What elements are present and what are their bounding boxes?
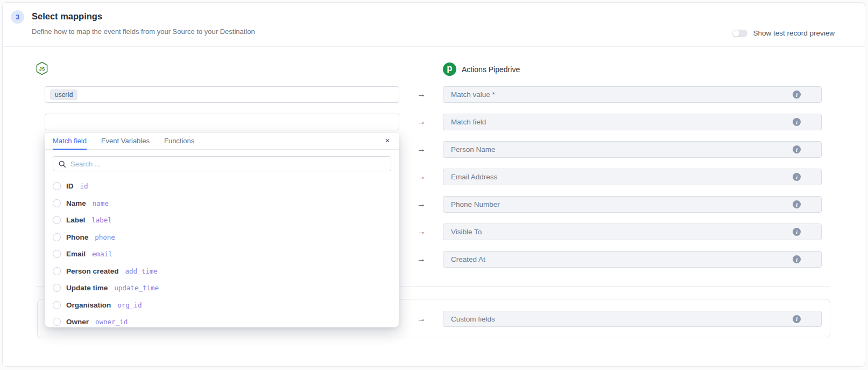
info-icon[interactable]: i bbox=[793, 228, 801, 236]
field-option-phone[interactable]: Phone phone bbox=[45, 229, 399, 246]
destination-field-created-at[interactable]: Created At i bbox=[443, 251, 822, 268]
destination-field-label: Match field bbox=[451, 118, 793, 126]
search-icon bbox=[58, 160, 66, 168]
field-token-chip[interactable]: userId bbox=[50, 89, 77, 100]
destination-field-person-name[interactable]: Person Name i bbox=[443, 141, 822, 158]
radio-button[interactable] bbox=[53, 216, 61, 224]
mapping-arrow-icon: → bbox=[413, 117, 429, 127]
pipedrive-icon: p bbox=[443, 62, 456, 76]
field-option-add_time[interactable]: Person created add_time bbox=[45, 263, 399, 280]
destination-field-label: Person Name bbox=[451, 145, 793, 153]
info-icon[interactable]: i bbox=[793, 145, 801, 153]
radio-button[interactable] bbox=[53, 250, 61, 258]
mapping-arrow-icon: → bbox=[413, 254, 429, 264]
field-option-label[interactable]: Label label bbox=[45, 212, 399, 229]
option-code: owner_id bbox=[95, 318, 128, 326]
option-label: Phone bbox=[66, 233, 88, 241]
radio-button[interactable] bbox=[53, 199, 61, 207]
field-option-email[interactable]: Email email bbox=[45, 246, 399, 263]
destination-field-label: Match value * bbox=[451, 90, 793, 99]
option-label: Email bbox=[66, 250, 86, 258]
field-option-owner_id[interactable]: Owner owner_id bbox=[45, 313, 399, 327]
option-code: name bbox=[93, 199, 109, 207]
tab-match-field[interactable]: Match field bbox=[53, 133, 87, 150]
destination-field-custom-fields[interactable]: Custom fields i bbox=[443, 311, 822, 327]
page-title: Select mappings bbox=[32, 11, 102, 22]
destination-app-title: Actions Pipedrive bbox=[462, 65, 520, 74]
option-label: Name bbox=[66, 199, 86, 207]
mapping-arrow-icon: → bbox=[413, 89, 429, 99]
option-code: update_time bbox=[114, 284, 159, 292]
search-input[interactable] bbox=[70, 160, 386, 168]
info-icon[interactable]: i bbox=[793, 90, 801, 99]
option-code: email bbox=[92, 250, 112, 258]
tab-event-variables[interactable]: Event Variables bbox=[101, 133, 150, 150]
mapping-arrow-icon: → bbox=[413, 227, 429, 236]
toggle-label: Show test record preview bbox=[753, 29, 835, 37]
mapping-arrow-icon: → bbox=[413, 199, 429, 209]
option-code: label bbox=[91, 216, 112, 224]
destination-field-match-value[interactable]: Match value * i bbox=[443, 86, 822, 103]
option-code: phone bbox=[95, 233, 115, 241]
destination-field-label: Phone Number bbox=[451, 200, 793, 208]
info-icon[interactable]: i bbox=[793, 118, 801, 126]
field-option-org_id[interactable]: Organisation org_id bbox=[45, 297, 399, 314]
option-code: add_time bbox=[125, 267, 158, 275]
destination-field-phone-number[interactable]: Phone Number i bbox=[443, 196, 822, 213]
destination-field-label: Email Address bbox=[451, 173, 793, 181]
info-icon[interactable]: i bbox=[793, 315, 801, 323]
field-option-id[interactable]: ID id bbox=[45, 178, 399, 195]
destination-field-label: Created At bbox=[451, 255, 793, 263]
option-label: Label bbox=[66, 216, 85, 224]
option-code: org_id bbox=[117, 301, 142, 309]
radio-button[interactable] bbox=[53, 182, 61, 190]
option-code: id bbox=[80, 182, 88, 190]
nodejs-icon: JS bbox=[36, 61, 48, 78]
select-mappings-page: 3 Select mappings Define how to map the … bbox=[0, 0, 868, 370]
svg-text:JS: JS bbox=[39, 66, 45, 72]
destination-field-match-field[interactable]: Match field i bbox=[443, 114, 822, 130]
dropdown-search bbox=[53, 156, 391, 171]
close-icon[interactable]: × bbox=[383, 136, 392, 145]
header-divider bbox=[3, 46, 865, 47]
option-label: ID bbox=[66, 182, 74, 190]
step-number-badge: 3 bbox=[11, 10, 24, 24]
info-icon[interactable]: i bbox=[793, 200, 801, 208]
info-icon[interactable]: i bbox=[793, 255, 801, 263]
field-option-update_time[interactable]: Update time update_time bbox=[45, 280, 399, 297]
radio-button[interactable] bbox=[53, 318, 61, 326]
test-record-preview-toggle-group: Show test record preview bbox=[732, 29, 835, 37]
radio-button[interactable] bbox=[53, 267, 61, 275]
mapping-arrow-icon: → bbox=[413, 144, 429, 154]
info-icon[interactable]: i bbox=[793, 173, 801, 181]
mapping-arrow-icon: → bbox=[413, 314, 429, 324]
destination-field-label: Visible To bbox=[451, 228, 793, 236]
field-option-name[interactable]: Name name bbox=[45, 195, 399, 212]
destination-header: p Actions Pipedrive bbox=[443, 62, 520, 76]
destination-field-email-address[interactable]: Email Address i bbox=[443, 169, 822, 185]
tab-functions[interactable]: Functions bbox=[164, 133, 194, 150]
option-label: Person created bbox=[66, 267, 119, 275]
field-option-list: ID id Name name Label label Phone phone … bbox=[45, 175, 399, 327]
option-label: Owner bbox=[66, 318, 89, 326]
destination-field-label: Custom fields bbox=[451, 315, 793, 323]
source-field-input-2[interactable] bbox=[45, 114, 399, 130]
show-test-record-preview-toggle[interactable] bbox=[732, 30, 747, 37]
radio-button[interactable] bbox=[53, 284, 61, 292]
page-subtitle: Define how to map the event fields from … bbox=[32, 27, 255, 36]
field-picker-dropdown: Match field Event Variables Functions × … bbox=[45, 132, 399, 327]
radio-button[interactable] bbox=[53, 301, 61, 309]
mapping-arrow-icon: → bbox=[413, 172, 429, 181]
dropdown-tabbar: Match field Event Variables Functions × bbox=[45, 133, 399, 150]
radio-button[interactable] bbox=[53, 233, 61, 241]
source-field-input-1[interactable]: userId bbox=[45, 86, 399, 103]
destination-field-visible-to[interactable]: Visible To i bbox=[443, 224, 822, 240]
toggle-knob bbox=[733, 30, 739, 37]
option-label: Update time bbox=[66, 284, 108, 292]
option-label: Organisation bbox=[66, 301, 111, 309]
